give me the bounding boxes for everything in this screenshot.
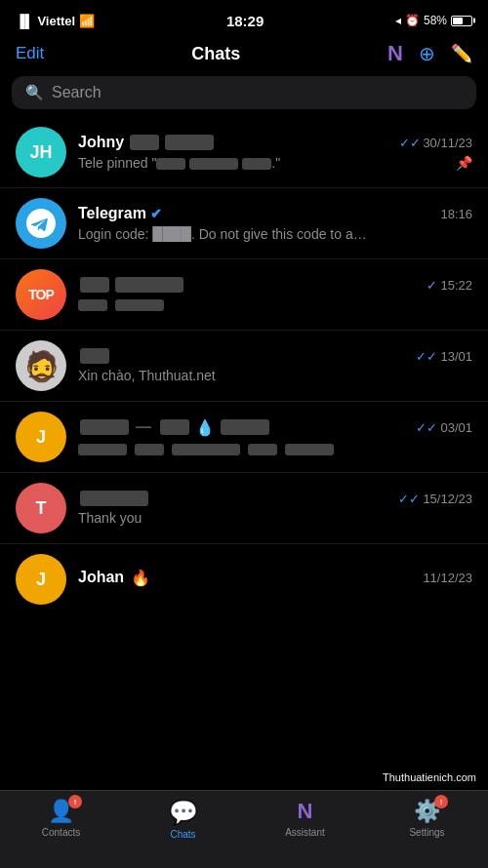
chat-content-7: Johan 🔥 11/12/23 bbox=[78, 569, 472, 591]
chats-icon: 💬 bbox=[169, 799, 198, 826]
new-group-icon[interactable]: ⊕ bbox=[419, 42, 435, 65]
avatar-t: T bbox=[16, 483, 66, 533]
chat-item-6[interactable]: T ✓✓ 15/12/23 Thank you bbox=[0, 473, 488, 544]
battery-percent: 58% bbox=[424, 14, 447, 27]
header: Edit Chats N ⊕ ✏️ bbox=[0, 35, 488, 76]
status-right: ◂ ⏰ 58% bbox=[395, 14, 472, 27]
status-time: 18:29 bbox=[226, 13, 264, 29]
alarm-icon: ⏰ bbox=[405, 14, 420, 27]
chat-item-3[interactable]: TOP ✓ 15:22 bbox=[0, 259, 488, 331]
chat-name-6 bbox=[78, 491, 148, 506]
compose-icon[interactable]: ✏️ bbox=[451, 43, 472, 64]
chat-item-2[interactable]: Telegram ✔ 18:16 Login code: ████. Do no… bbox=[0, 188, 488, 259]
chat-time-5: ✓✓ 03/01 bbox=[416, 420, 472, 435]
chat-content-4: ✓✓ 13/01 Xin chào, Thuthuat.net bbox=[78, 348, 472, 383]
tab-chats-label: Chats bbox=[170, 829, 195, 840]
tab-chats[interactable]: 💬 Chats bbox=[122, 799, 244, 840]
chat-content-1: Johny ✓✓30/11/23 Tele pinned " ." 📌 bbox=[78, 134, 472, 171]
chat-preview-2: Login code: ████. Do not give this code … bbox=[78, 226, 371, 242]
chat-time-6: ✓✓ 15/12/23 bbox=[398, 492, 472, 506]
watermark: Thuthuatienich.com bbox=[379, 769, 480, 785]
chat-item-4[interactable]: 🧔 ✓✓ 13/01 Xin chào, Thuthuat.net bbox=[0, 331, 488, 402]
tab-assistant-label: Assistant bbox=[285, 827, 325, 838]
chat-name-7: Johan 🔥 bbox=[78, 569, 150, 587]
chat-content-6: ✓✓ 15/12/23 Thank you bbox=[78, 491, 472, 526]
search-icon: 🔍 bbox=[25, 84, 44, 101]
verified-badge: ✔ bbox=[150, 206, 162, 221]
chat-preview-3 bbox=[78, 296, 371, 312]
chat-time-1: ✓✓30/11/23 bbox=[399, 136, 472, 150]
tab-settings-label: Settings bbox=[409, 827, 444, 838]
status-bar: ▐▌ Viettel 📶 18:29 ◂ ⏰ 58% bbox=[0, 0, 488, 35]
avatar-johan: J bbox=[16, 554, 66, 605]
status-carrier: ▐▌ Viettel 📶 bbox=[16, 14, 95, 28]
chat-preview-4: Xin chào, Thuthuat.net bbox=[78, 368, 371, 383]
assistant-icon: N bbox=[298, 799, 313, 824]
chat-time-4: ✓✓ 13/01 bbox=[416, 349, 472, 364]
chat-name-2: Telegram ✔ bbox=[78, 205, 162, 222]
chat-content-2: Telegram ✔ 18:16 Login code: ████. Do no… bbox=[78, 205, 472, 242]
contacts-icon: 👤 ! bbox=[48, 799, 74, 824]
page-title: Chats bbox=[191, 44, 240, 64]
search-bar[interactable]: 🔍 Search bbox=[12, 76, 476, 109]
tab-assistant[interactable]: N Assistant bbox=[244, 799, 366, 838]
avatar-telegram bbox=[16, 198, 66, 249]
chat-content-3: ✓ 15:22 bbox=[78, 277, 472, 312]
chat-name-1: Johny bbox=[78, 134, 214, 151]
chat-time-7: 11/12/23 bbox=[423, 571, 472, 585]
settings-icon: ⚙️ ! bbox=[414, 799, 440, 824]
chat-item-5[interactable]: J — 💧 ✓✓ 03/01 bbox=[0, 402, 488, 473]
tab-settings[interactable]: ⚙️ ! Settings bbox=[366, 799, 488, 838]
chat-item-7[interactable]: J Johan 🔥 11/12/23 bbox=[0, 544, 488, 614]
pin-icon: 📌 bbox=[456, 155, 472, 171]
chat-name-5: — 💧 bbox=[78, 418, 269, 437]
tab-contacts-label: Contacts bbox=[42, 827, 80, 838]
avatar-j: J bbox=[16, 412, 66, 462]
chat-time-3: ✓ 15:22 bbox=[427, 278, 472, 293]
location-icon: ◂ bbox=[395, 14, 401, 27]
chat-item-1[interactable]: JH Johny ✓✓30/11/23 Tele pinned " ." 📌 bbox=[0, 117, 488, 188]
battery-icon bbox=[451, 16, 472, 26]
chat-time-2: 18:16 bbox=[440, 207, 472, 221]
header-actions: N ⊕ ✏️ bbox=[387, 41, 472, 66]
news-icon[interactable]: N bbox=[387, 41, 403, 66]
chat-preview-1: Tele pinned " ." bbox=[78, 155, 280, 171]
chat-content-5: — 💧 ✓✓ 03/01 bbox=[78, 418, 472, 456]
avatar-cartoon: 🧔 bbox=[16, 340, 66, 391]
tab-contacts[interactable]: 👤 ! Contacts bbox=[0, 799, 122, 838]
chat-preview-5 bbox=[78, 441, 371, 456]
avatar-jh: JH bbox=[16, 127, 66, 178]
tab-bar: 👤 ! Contacts 💬 Chats N Assistant ⚙️ ! Se… bbox=[0, 790, 488, 868]
search-placeholder: Search bbox=[52, 84, 102, 101]
chat-preview-6: Thank you bbox=[78, 510, 371, 526]
edit-button[interactable]: Edit bbox=[16, 44, 44, 63]
chat-name-3 bbox=[78, 277, 183, 293]
chat-name-4 bbox=[78, 348, 109, 364]
signal-icon: ▐▌ bbox=[16, 14, 33, 28]
avatar-top: TOP bbox=[16, 269, 66, 320]
wifi-icon: 📶 bbox=[79, 14, 95, 28]
chat-list: JH Johny ✓✓30/11/23 Tele pinned " ." 📌 bbox=[0, 117, 488, 770]
